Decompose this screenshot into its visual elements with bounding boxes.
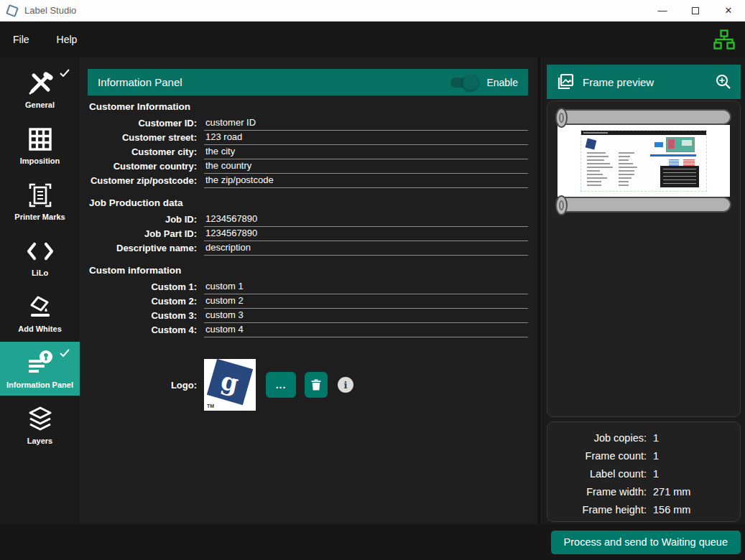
maximize-icon [692,7,699,14]
panel-title: Information Panel [98,76,450,88]
frames-image-icon [555,72,575,92]
info-list-icon [24,349,56,378]
stat-label: Label count: [555,468,647,480]
title-bar: Label Studio — ✕ [0,0,745,22]
sidebar-item-printer-marks[interactable]: Printer Marks [0,174,80,228]
web-roll-illustration [556,109,731,213]
sidebar-item-add-whites[interactable]: Add Whites [0,286,80,340]
close-button[interactable]: ✕ [712,0,745,22]
custom-4-input[interactable] [204,324,528,337]
registration-marks-icon [27,181,53,210]
field-label: Job ID: [88,214,197,227]
field-label: Custom 4: [88,325,197,337]
frame-preview-canvas[interactable] [547,101,741,417]
stat-value: 1 [653,432,733,444]
logo-label: Logo: [88,380,197,391]
sidebar-item-label: Imposition [20,157,60,165]
stat-value: 1 [653,468,733,480]
thumbnail-stats-box [660,166,699,187]
paint-bucket-icon [27,293,54,322]
label-thumbnail [580,130,707,192]
grid-icon [27,125,53,154]
sidebar-item-label: Printer Marks [14,213,65,221]
sidebar-item-layers[interactable]: Layers [0,398,80,452]
logo-row: Logo: g TM ... i [88,359,528,411]
frame-preview-title: Frame preview [583,76,715,88]
stat-label: Frame width: [555,486,647,498]
sidebar-item-label: Layers [27,437,52,445]
logo-image: g TM [204,359,256,411]
trash-icon [311,379,321,391]
field-label: Custom 2: [88,296,197,309]
thumbnail-logo [586,139,597,150]
customer-country-input[interactable] [204,160,528,174]
logo-letter: g [218,366,241,398]
field-label: Customer zip/postcode: [88,175,197,188]
custom-3-input[interactable] [204,309,528,323]
thumbnail-artwork [666,137,695,152]
logo-info-icon[interactable]: i [338,377,353,393]
field-label: Custom 3: [88,310,197,323]
stat-value: 271 mm [653,486,733,498]
maximize-button[interactable] [679,0,712,22]
customer-id-input[interactable] [204,117,528,131]
enable-toggle[interactable] [450,78,476,88]
field-label: Custom 1: [88,281,197,294]
customer-city-input[interactable] [204,146,528,159]
stat-label: Job copies: [555,432,647,444]
logo-tm-mark: TM [207,403,214,409]
delete-logo-button[interactable] [305,372,328,398]
sidebar-item-label: Information Panel [6,381,73,389]
network-sitemap-icon[interactable] [713,29,735,50]
web-material [557,125,730,197]
job-part-id-input[interactable] [204,228,528,241]
stat-value: 156 mm [653,504,733,515]
logo-diamond: g [207,359,253,405]
sidebar-item-lilo[interactable]: LiLo [0,230,80,284]
field-label: Customer street: [88,132,197,145]
section-title-customer: Customer Information [89,101,528,112]
sidebar-item-information-panel[interactable]: Information Panel [0,342,80,396]
browse-logo-button[interactable]: ... [266,372,296,398]
menu-help[interactable]: Help [57,34,78,45]
frame-preview-panel: Frame preview [542,57,745,524]
toggle-knob [463,75,478,90]
check-icon [60,349,70,357]
process-send-button[interactable]: Process and send to Waiting queue [551,531,741,554]
sidebar-item-label: Add Whites [18,325,62,333]
zoom-in-icon[interactable] [715,73,732,90]
sidebar-item-label: General [25,101,55,109]
layers-icon [27,405,53,434]
field-label: Customer city: [88,146,197,159]
job-stats-box: Job copies:1 Frame count:1 Label count:1… [547,421,741,522]
sidebar-item-label: LiLo [32,269,48,277]
descriptive-name-input[interactable] [204,242,528,256]
angle-brackets-icon [26,237,55,266]
menu-file[interactable]: File [13,34,29,45]
job-id-input[interactable] [204,213,528,227]
sidebar-item-general[interactable]: General [0,62,80,116]
tools-icon [27,69,54,98]
field-label: Descriptive name: [88,243,197,256]
stat-value: 1 [653,450,733,462]
information-panel: Information Panel Enable Customer Inform… [80,57,537,524]
panel-divider[interactable] [537,57,542,524]
section-title-custom: Custom information [89,265,528,276]
field-label: Customer country: [88,161,197,174]
menu-bar: File Help [0,22,745,57]
custom-1-input[interactable] [204,281,528,294]
stat-label: Frame count: [555,450,647,462]
sidebar: General Imposition Printer Marks [0,57,80,524]
window-title: Label Studio [24,5,646,16]
minimize-button[interactable]: — [646,0,679,22]
field-label: Customer ID: [88,118,197,131]
section-title-job: Job Production data [89,197,528,208]
check-icon [60,69,70,77]
customer-street-input[interactable] [204,131,528,145]
customer-zip-input[interactable] [204,174,528,188]
top-roller [556,109,731,125]
sidebar-item-imposition[interactable]: Imposition [0,118,80,172]
field-label: Job Part ID: [88,228,197,241]
bottom-bar: Process and send to Waiting queue [0,524,745,560]
custom-2-input[interactable] [204,295,528,309]
